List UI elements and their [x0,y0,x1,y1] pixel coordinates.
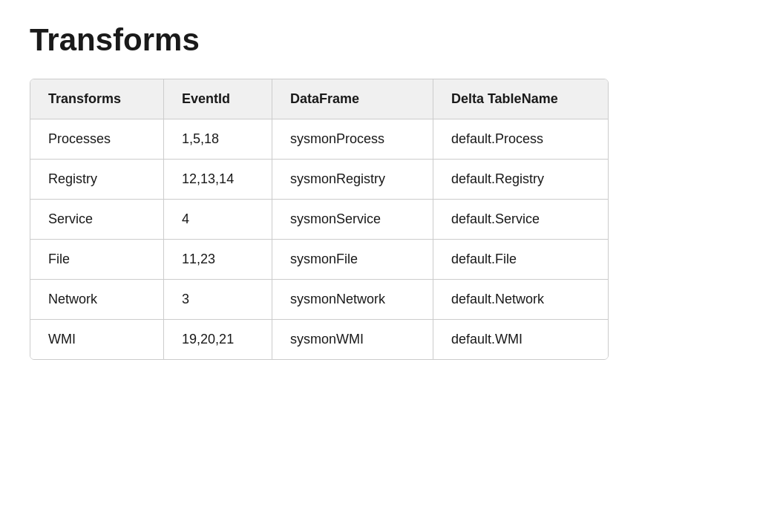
cell-4-dataFrame: sysmonNetwork [272,280,433,320]
col-header-transforms: Transforms [30,79,164,119]
cell-0-deltaTableName: default.Process [433,119,608,160]
col-header-eventid: EventId [164,79,272,119]
transforms-table-wrapper: Transforms EventId DataFrame Delta Table… [30,79,609,360]
cell-5-eventId: 19,20,21 [164,320,272,360]
cell-3-deltaTableName: default.File [433,240,608,280]
cell-1-dataFrame: sysmonRegistry [272,160,433,200]
cell-2-eventId: 4 [164,200,272,240]
transforms-table: Transforms EventId DataFrame Delta Table… [30,79,608,359]
cell-1-transforms: Registry [30,160,164,200]
cell-2-deltaTableName: default.Service [433,200,608,240]
table-row: Processes1,5,18sysmonProcessdefault.Proc… [30,119,608,160]
col-header-dataframe: DataFrame [272,79,433,119]
table-row: Service4sysmonServicedefault.Service [30,200,608,240]
table-row: Registry12,13,14sysmonRegistrydefault.Re… [30,160,608,200]
cell-0-transforms: Processes [30,119,164,160]
cell-3-eventId: 11,23 [164,240,272,280]
cell-2-dataFrame: sysmonService [272,200,433,240]
cell-0-dataFrame: sysmonProcess [272,119,433,160]
col-header-deltatablename: Delta TableName [433,79,608,119]
cell-5-transforms: WMI [30,320,164,360]
table-row: WMI19,20,21sysmonWMIdefault.WMI [30,320,608,360]
cell-1-deltaTableName: default.Registry [433,160,608,200]
cell-3-transforms: File [30,240,164,280]
cell-4-deltaTableName: default.Network [433,280,608,320]
cell-5-deltaTableName: default.WMI [433,320,608,360]
cell-3-dataFrame: sysmonFile [272,240,433,280]
table-row: File11,23sysmonFiledefault.File [30,240,608,280]
cell-5-dataFrame: sysmonWMI [272,320,433,360]
cell-2-transforms: Service [30,200,164,240]
cell-1-eventId: 12,13,14 [164,160,272,200]
cell-0-eventId: 1,5,18 [164,119,272,160]
page-title: Transforms [30,22,730,58]
table-row: Network3sysmonNetworkdefault.Network [30,280,608,320]
table-header-row: Transforms EventId DataFrame Delta Table… [30,79,608,119]
cell-4-transforms: Network [30,280,164,320]
cell-4-eventId: 3 [164,280,272,320]
